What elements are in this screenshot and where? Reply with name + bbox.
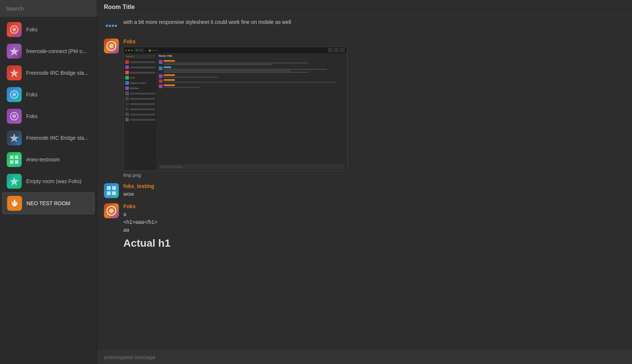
foks-testing-avatar-icon	[105, 185, 117, 197]
main-chat: Room Title with a bit more responsive st…	[97, 0, 632, 364]
sidebar-room-item[interactable]: freenode-connect (PM o...	[2, 41, 95, 62]
sidebar-room-item[interactable]: NEO TEST ROOM	[2, 192, 95, 214]
avatar	[104, 203, 119, 218]
avatar	[104, 38, 119, 53]
room-avatar	[7, 22, 22, 37]
room-name: Freenode IRC Bridge sta...	[26, 70, 89, 76]
svg-rect-11	[10, 160, 13, 164]
avatar-icon	[9, 176, 20, 187]
room-avatar	[7, 196, 22, 211]
sidebar-room-item[interactable]: Freenode IRC Bridge sta...	[2, 127, 95, 148]
message-row: Foks ● ● ● ● ... × 🔒 riot.im	[104, 38, 625, 178]
sidebar-room-item[interactable]: Freenode IRC Bridge sta...	[2, 62, 95, 83]
message-input-bar	[97, 350, 632, 364]
message-input[interactable]	[104, 354, 625, 360]
avatar-icon	[9, 198, 20, 209]
svg-rect-10	[15, 155, 18, 159]
message-text: a <h1>aaa</h1> aa Actual h1	[123, 210, 625, 251]
rendered-h1: Actual h1	[123, 235, 625, 251]
svg-marker-3	[10, 68, 19, 77]
svg-rect-12	[15, 160, 18, 164]
svg-marker-2	[10, 47, 19, 56]
avatar-icon	[9, 46, 20, 57]
svg-point-1	[12, 28, 16, 31]
room-avatar	[7, 174, 22, 189]
room-name: Foks	[26, 27, 37, 33]
avatar-icon	[9, 111, 20, 122]
svg-marker-13	[10, 177, 19, 186]
svg-point-5	[12, 93, 16, 96]
sidebar-room-item[interactable]: Foks	[2, 19, 95, 40]
message-text: wow	[123, 190, 625, 198]
room-list: Foksfreenode-connect (PM o...Freenode IR…	[0, 17, 97, 364]
avatar-icon	[9, 89, 20, 100]
room-name: NEO TEST ROOM	[27, 200, 70, 206]
room-avatar	[7, 44, 22, 59]
avatar-icon	[9, 154, 20, 165]
room-avatar	[7, 109, 22, 124]
avatar	[104, 18, 119, 33]
svg-point-7	[12, 114, 16, 118]
sidebar-room-item[interactable]: Foks	[2, 84, 95, 105]
svg-rect-17	[112, 186, 116, 190]
sidebar-room-item[interactable]: Empty room (was Foks)	[2, 171, 95, 192]
room-avatar	[7, 130, 22, 145]
message-content: foks_testing wow	[123, 183, 625, 198]
room-avatar	[7, 65, 22, 80]
message-username: Foks	[123, 38, 625, 44]
sidebar: Foksfreenode-connect (PM o...Freenode IR…	[0, 0, 97, 364]
screenshot-thumbnail: ● ● ● ● ... × 🔒 riot.im	[123, 47, 348, 171]
svg-rect-19	[112, 191, 116, 195]
room-name: freenode-connect (PM o...	[26, 48, 87, 54]
svg-marker-8	[10, 133, 19, 142]
message-content: with a bit more responsive stylesheet it…	[123, 18, 625, 26]
room-name: Foks	[26, 113, 37, 119]
sidebar-room-item[interactable]: Foks	[2, 106, 95, 127]
svg-rect-18	[107, 191, 111, 195]
dots-icon	[106, 25, 117, 27]
message-content: Foks ● ● ● ● ... × 🔒 riot.im	[123, 38, 625, 178]
avatar	[104, 183, 119, 198]
foks-avatar-icon	[105, 40, 117, 52]
svg-point-15	[109, 44, 114, 48]
room-name: #neo-testroom	[26, 157, 60, 163]
room-avatar	[7, 87, 22, 102]
foks-avatar-icon	[105, 205, 117, 217]
message-content: Foks a <h1>aaa</h1> aa Actual h1	[123, 203, 625, 251]
messages-area: with a bit more responsive stylesheet it…	[97, 15, 632, 350]
sidebar-room-item[interactable]: #neo-testroom	[2, 149, 95, 170]
message-row: with a bit more responsive stylesheet it…	[104, 18, 625, 33]
room-name: Freenode IRC Bridge sta...	[26, 135, 89, 141]
avatar-icon	[9, 132, 20, 144]
avatar-icon	[9, 24, 20, 35]
search-input[interactable]	[0, 0, 97, 17]
room-header: Room Title	[97, 0, 632, 15]
room-avatar	[7, 152, 22, 167]
message-text: with a bit more responsive stylesheet it…	[123, 18, 625, 26]
svg-point-21	[109, 209, 114, 213]
svg-rect-16	[107, 186, 111, 190]
file-name: tmp.png	[123, 172, 625, 178]
svg-rect-9	[10, 155, 13, 159]
message-row: Foks a <h1>aaa</h1> aa Actual h1	[104, 203, 625, 251]
message-row: foks_testing wow	[104, 183, 625, 198]
avatar-icon	[9, 67, 20, 78]
room-name: Empty room (was Foks)	[26, 178, 81, 184]
room-title: Room Title	[104, 4, 135, 10]
message-username: foks_testing	[123, 183, 625, 189]
message-username: Foks	[123, 203, 625, 209]
room-name: Foks	[26, 92, 37, 98]
